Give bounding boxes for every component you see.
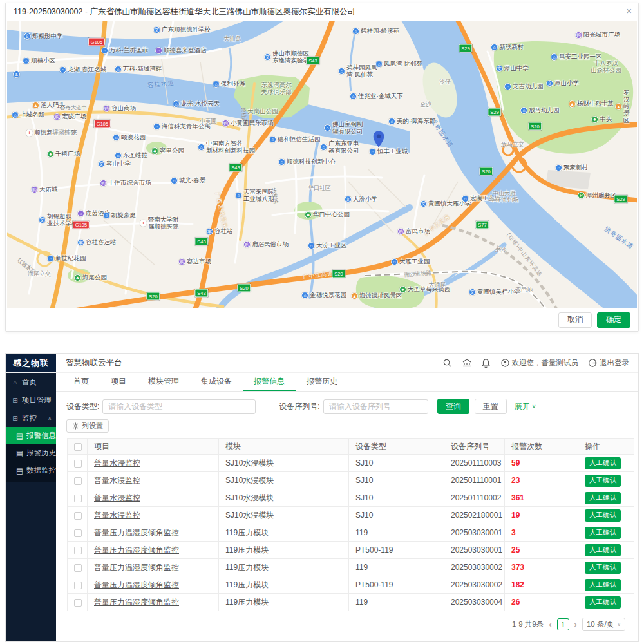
- column-settings-button[interactable]: 列设置: [66, 419, 109, 433]
- serial-label: 设备序列号:: [279, 401, 319, 412]
- logout-button[interactable]: 退出登录: [589, 358, 629, 368]
- welcome-text: 欢迎您，普量测试员: [512, 358, 579, 368]
- serial-cell: 202503030002: [444, 559, 505, 576]
- brand-logo[interactable]: 感之物联: [6, 354, 56, 372]
- device-type-cell: PT500-119: [349, 542, 444, 559]
- module-cell: SJ10水浸模块: [219, 489, 349, 507]
- chart-icon: ▤: [16, 466, 23, 475]
- expand-toggle[interactable]: 展开∨: [515, 401, 536, 412]
- manual-confirm-button[interactable]: 人工确认: [585, 457, 621, 469]
- notification-bell-icon[interactable]: [482, 359, 491, 368]
- project-link[interactable]: 普量压力温湿度倾角监控: [94, 580, 179, 589]
- serial-cell: 202501110001: [444, 472, 505, 489]
- tab-报警历史[interactable]: 报警历史: [296, 373, 348, 391]
- table-row: 普量水浸监控SJ10水浸模块SJ10202501110002361人工确认: [68, 489, 634, 507]
- sidebar-item-报警历史[interactable]: ▤报警历史: [6, 444, 56, 462]
- manual-confirm-button[interactable]: 人工确认: [585, 596, 621, 609]
- row-checkbox[interactable]: [74, 495, 82, 502]
- column-header: 设备序列号: [444, 439, 505, 455]
- user-menu[interactable]: 欢迎您，普量测试员: [501, 358, 579, 368]
- map-canvas[interactable]: 容桂水道洪奇沥水道洪奇沥水道容奇大道中碧桂路华发路红旗东路广珠西线高速广中江高速…: [7, 21, 637, 308]
- tab-模块管理[interactable]: 模块管理: [137, 373, 190, 391]
- row-checkbox[interactable]: [74, 460, 82, 468]
- device-type-input[interactable]: [102, 399, 256, 414]
- device-type-cell: SJ10: [349, 455, 444, 472]
- sidebar-item-监控[interactable]: ⊞监控∧: [6, 409, 56, 427]
- tab-集成设备[interactable]: 集成设备: [190, 373, 243, 391]
- row-checkbox[interactable]: [74, 547, 82, 554]
- count-cell: 59: [505, 455, 578, 472]
- page-size-select[interactable]: 10 条/页 ∨: [582, 618, 625, 631]
- project-link[interactable]: 普量压力温湿度倾角监控: [94, 563, 179, 572]
- next-page-button[interactable]: ›: [574, 620, 577, 629]
- confirm-button[interactable]: 确定: [597, 312, 630, 328]
- checkbox-cell: [68, 472, 88, 489]
- row-checkbox[interactable]: [74, 582, 82, 589]
- prev-page-button[interactable]: ‹: [549, 620, 551, 629]
- project-cell: 普量压力温湿度倾角监控: [88, 559, 219, 576]
- checkbox-cell: [68, 455, 88, 472]
- close-icon[interactable]: ×: [626, 6, 632, 15]
- row-checkbox[interactable]: [74, 529, 82, 537]
- action-cell: 人工确认: [578, 524, 634, 542]
- chart-icon: ▤: [16, 431, 23, 440]
- project-cell: 普量水浸监控: [88, 489, 219, 507]
- tab-报警信息[interactable]: 报警信息: [243, 373, 296, 391]
- project-link[interactable]: 普量压力温湿度倾角监控: [94, 545, 179, 554]
- project-link[interactable]: 普量水浸监控: [94, 511, 140, 520]
- page-number-button[interactable]: 1: [557, 618, 569, 630]
- manual-confirm-button[interactable]: 人工确认: [585, 475, 621, 487]
- manual-confirm-button[interactable]: 人工确认: [585, 492, 621, 504]
- manual-confirm-button[interactable]: 人工确认: [585, 579, 621, 591]
- project-link[interactable]: 普量压力温湿度倾角监控: [94, 528, 179, 537]
- manual-confirm-button[interactable]: 人工确认: [585, 544, 621, 556]
- serial-input[interactable]: [323, 399, 428, 414]
- manual-confirm-button[interactable]: 人工确认: [585, 509, 621, 522]
- cancel-button[interactable]: 取消: [558, 312, 592, 328]
- manual-confirm-button[interactable]: 人工确认: [585, 562, 621, 574]
- project-cell: 普量水浸监控: [88, 472, 219, 489]
- checkbox-cell: [68, 576, 88, 594]
- project-link[interactable]: 普量水浸监控: [94, 476, 140, 485]
- sidebar-item-首页[interactable]: ⌂首页: [6, 373, 56, 391]
- column-header: 模块: [219, 439, 349, 455]
- road-badge: G105: [94, 120, 111, 128]
- map-picker-modal: 119-202503030002 - 广东省佛山市顺德区容桂街道华天北三路佛山市…: [5, 3, 639, 332]
- tab-项目[interactable]: 项目: [100, 373, 137, 391]
- serial-cell: 202503030001: [444, 542, 505, 559]
- checkbox-cell: [68, 594, 88, 611]
- row-checkbox[interactable]: [74, 599, 82, 607]
- road-badge: S43: [229, 164, 242, 172]
- project-link[interactable]: 普量水浸监控: [94, 459, 140, 468]
- organization-icon[interactable]: [462, 359, 471, 368]
- sidebar-item-label: 监控: [22, 413, 37, 423]
- sidebar-item-项目管理[interactable]: ⊞项目管理∨: [6, 391, 56, 409]
- row-checkbox[interactable]: [74, 512, 82, 520]
- search-button[interactable]: 查询: [437, 399, 469, 414]
- sidebar-item-报警信息[interactable]: ▤报警信息: [6, 427, 56, 444]
- filter-bar: 设备类型: 设备序列号: 查询 重置 展开∨: [56, 392, 638, 419]
- search-icon[interactable]: [443, 359, 452, 368]
- manual-confirm-button[interactable]: 人工确认: [585, 527, 621, 539]
- project-link[interactable]: 普量压力温湿度倾角监控: [94, 598, 179, 607]
- toolbar-row: 列设置: [56, 419, 638, 437]
- serial-cell: 202503030002: [444, 576, 505, 594]
- action-cell: 人工确认: [578, 455, 634, 472]
- grid-icon: ⊞: [12, 415, 19, 422]
- row-checkbox[interactable]: [74, 477, 82, 485]
- module-cell: SJ10水浸模块: [219, 472, 349, 489]
- tab-首页[interactable]: 首页: [62, 373, 100, 391]
- project-link[interactable]: 普量水浸监控: [94, 493, 140, 502]
- alarm-count: 361: [511, 493, 524, 502]
- road-badge: S43: [306, 57, 319, 65]
- location-pin-icon[interactable]: [374, 131, 384, 147]
- select-all-checkbox[interactable]: [74, 443, 82, 451]
- column-header: 操作: [578, 439, 634, 455]
- road-badge: S77: [475, 221, 489, 229]
- table-row: 普量压力温湿度倾角监控119压力模块11920250303000426人工确认: [68, 594, 634, 611]
- row-checkbox[interactable]: [74, 564, 82, 572]
- reset-button[interactable]: 重置: [475, 399, 507, 414]
- module-cell: 119压力模块: [219, 576, 349, 594]
- alarm-count: 59: [511, 459, 520, 468]
- sidebar-item-数据监控[interactable]: ▤数据监控: [6, 462, 56, 479]
